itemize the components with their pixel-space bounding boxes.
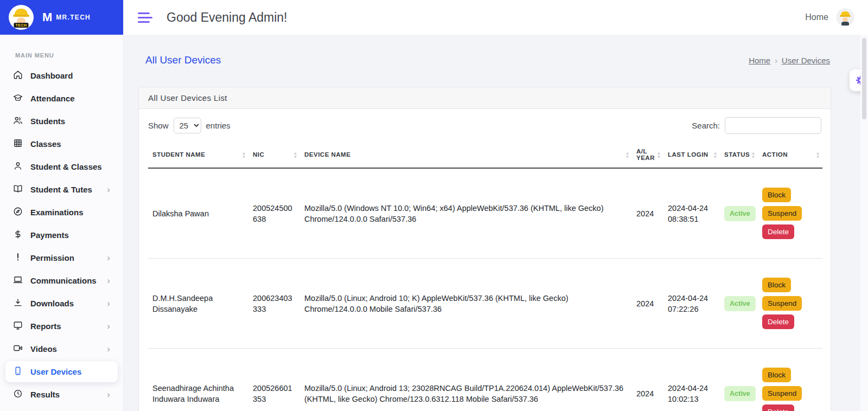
delete-button[interactable]: Delete — [762, 314, 794, 329]
sidebar-item-label: Student & Classes — [30, 162, 102, 171]
sort-arrows-icon[interactable]: ▲▼ — [657, 151, 661, 159]
mascot-hat-brim — [13, 15, 29, 17]
status-badge: Active — [724, 296, 756, 311]
sidebar-menu: DashboardAttendanceStudentsClassesStuden… — [0, 65, 123, 405]
cell-device-name: Mozilla/5.0 (Windows NT 10.0; Win64; x64… — [300, 168, 632, 259]
suspend-button[interactable]: Suspend — [762, 206, 802, 221]
column-header-a-l-year[interactable]: A/L YEAR▲▼ — [632, 143, 663, 168]
cell-al-year: 2024 — [632, 168, 663, 259]
history-icon — [13, 389, 23, 400]
graduation-cap-icon — [13, 93, 23, 104]
sort-arrows-icon[interactable]: ▲▼ — [626, 151, 630, 159]
search-label: Search: — [692, 121, 720, 130]
sidebar-item-downloads[interactable]: Downloads› — [5, 293, 118, 314]
chevron-right-icon: › — [107, 322, 110, 331]
sidebar-item-label: Reports — [30, 322, 61, 331]
sidebar-item-label: Attendance — [30, 94, 75, 103]
search-input[interactable] — [725, 117, 821, 134]
cell-status: Active — [720, 259, 758, 349]
brand-logo: TECH — [9, 5, 34, 30]
chevron-right-icon: › — [107, 299, 110, 308]
sort-arrows-icon[interactable]: ▲▼ — [751, 151, 756, 159]
breadcrumb-separator: › — [775, 56, 777, 65]
entries-label: entries — [206, 121, 231, 130]
sort-arrows-icon[interactable]: ▲▼ — [713, 151, 718, 159]
sidebar-item-label: Classes — [30, 139, 61, 149]
main-content: All User Devices Home›User Devices All U… — [124, 35, 868, 411]
sidebar-item-classes[interactable]: Classes — [5, 133, 118, 155]
status-badge: Active — [724, 386, 756, 401]
sidebar-item-students[interactable]: Students — [5, 111, 118, 132]
table-row: D.M.H.Sandeepa Dissanayake200623403333Mo… — [148, 259, 822, 349]
column-header-nic[interactable]: NIC▲▼ — [248, 143, 300, 168]
cell-student-name: Seenadhirage Achintha Induwara Induwara — [148, 349, 248, 411]
download-icon — [13, 298, 23, 309]
sidebar-item-user-devices[interactable]: User Devices — [5, 361, 118, 382]
column-header-last-login[interactable]: LAST LOGIN▲▼ — [663, 143, 720, 168]
sidebar-item-label: Downloads — [30, 299, 74, 308]
cell-status: Active — [720, 349, 758, 411]
column-header-device-name[interactable]: DEVICE NAME▲▼ — [300, 143, 632, 168]
sidebar-item-reports[interactable]: Reports› — [5, 316, 118, 337]
table-controls: Show 25 entries Search: — [139, 109, 831, 138]
sort-arrows-icon[interactable]: ▲▼ — [242, 151, 246, 159]
block-button[interactable]: Block — [762, 188, 791, 202]
hamburger-menu-icon[interactable] — [138, 12, 152, 23]
cell-last-login: 2024-04-2407:22:26 — [663, 259, 720, 349]
cell-action: BlockSuspendDelete — [758, 259, 822, 349]
suspend-button[interactable]: Suspend — [762, 386, 802, 401]
sidebar-item-videos[interactable]: Videos› — [5, 338, 118, 359]
sidebar-section-label: MAIN MENU — [15, 52, 123, 59]
sidebar-item-student-classes[interactable]: Student & Classes — [5, 156, 118, 177]
chevron-right-icon: › — [107, 185, 110, 194]
sidebar-item-communications[interactable]: Communications› — [5, 270, 118, 291]
user-avatar[interactable] — [837, 9, 854, 26]
cell-last-login: 2024-04-2408:38:51 — [663, 168, 720, 259]
column-header-status[interactable]: STATUS▲▼ — [720, 143, 758, 168]
chevron-right-icon: › — [107, 253, 110, 262]
breadcrumb-link-user-devices[interactable]: User Devices — [782, 56, 830, 65]
monitor-icon — [13, 320, 23, 332]
delete-button[interactable]: Delete — [762, 224, 794, 239]
cell-device-name: Mozilla/5.0 (Linux; Android 10; K) Apple… — [300, 259, 632, 349]
sidebar-item-label: Permission — [30, 253, 74, 262]
sidebar-item-dashboard[interactable]: Dashboard — [5, 65, 118, 86]
status-badge: Active — [724, 206, 756, 221]
brand-letter: M — [42, 10, 52, 24]
sidebar-item-permission[interactable]: Permission› — [5, 247, 118, 268]
table-row: Dilaksha Pawan200524500638Mozilla/5.0 (W… — [148, 168, 822, 259]
cell-student-name: D.M.H.Sandeepa Dissanayake — [148, 259, 248, 349]
scrollbar-thumb[interactable] — [862, 38, 866, 119]
sidebar-item-payments[interactable]: Payments — [5, 224, 118, 246]
block-button[interactable]: Block — [762, 278, 791, 292]
suspend-button[interactable]: Suspend — [762, 296, 802, 311]
exclamation-icon — [13, 252, 23, 264]
breadcrumb: Home›User Devices — [749, 56, 830, 65]
cell-nic: 200623403333 — [248, 259, 300, 349]
sort-arrows-icon[interactable]: ▲▼ — [816, 151, 820, 159]
column-header-student-name[interactable]: STUDENT NAME▲▼ — [148, 143, 248, 168]
chevron-right-icon: › — [107, 276, 110, 285]
sidebar-item-label: Payments — [30, 230, 69, 240]
sidebar: TECH M MR.TECH MAIN MENU DashboardAttend… — [0, 0, 124, 411]
sidebar-item-results[interactable]: Results› — [5, 384, 118, 405]
home-link[interactable]: Home — [805, 12, 828, 22]
sidebar-item-attendance[interactable]: Attendance — [5, 88, 118, 109]
delete-button[interactable]: Delete — [762, 404, 794, 411]
entries-select[interactable]: 25 — [174, 118, 201, 133]
sort-arrows-icon[interactable]: ▲▼ — [293, 151, 298, 159]
sidebar-item-label: Communications — [30, 276, 97, 285]
cell-action: BlockSuspendDelete — [758, 168, 822, 259]
breadcrumb-link-home[interactable]: Home — [749, 56, 770, 65]
book-open-icon — [13, 184, 23, 195]
cell-action: BlockSuspendDelete — [758, 349, 822, 411]
sidebar-item-examinations[interactable]: Examinations — [5, 202, 118, 223]
cell-last-login: 2024-04-2410:02:13 — [663, 349, 720, 411]
sidebar-item-student-tutes[interactable]: Student & Tutes› — [5, 179, 118, 200]
brand-wordmark: M MR.TECH — [42, 10, 91, 24]
scrollbar[interactable] — [860, 35, 868, 411]
block-button[interactable]: Block — [762, 368, 791, 382]
sidebar-brand: TECH M MR.TECH — [0, 0, 123, 35]
search-group: Search: — [692, 117, 821, 134]
column-header-action[interactable]: ACTION▲▼ — [758, 143, 822, 168]
